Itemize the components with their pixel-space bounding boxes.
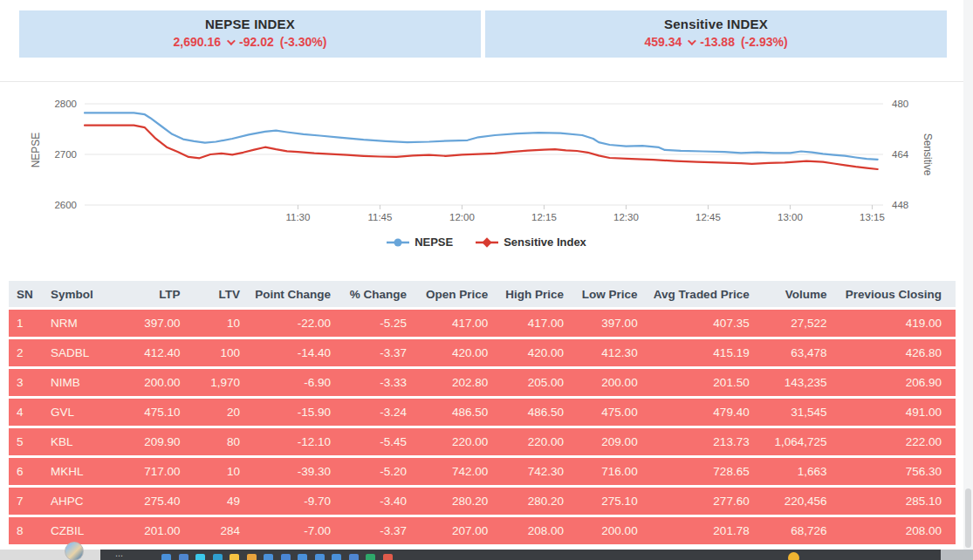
sensitive-index-number: 459.34 (644, 35, 682, 49)
cell-volume: 143,235 (764, 369, 841, 396)
column-header-ltv[interactable]: LTV (195, 281, 254, 307)
chart-legend: NEPSESensitive Index (0, 236, 973, 249)
taskbar-app-icon[interactable] (298, 554, 307, 560)
cell-volume: 1,064,725 (764, 428, 841, 455)
cell-point-change: -12.10 (254, 428, 345, 455)
column-header--change[interactable]: % Change (345, 281, 421, 307)
x-axis-tick: 13:15 (860, 212, 885, 222)
x-axis-tick: 12:00 (449, 212, 475, 222)
cell-ltp: 275.40 (133, 488, 195, 515)
column-header-sn[interactable]: SN (9, 281, 43, 307)
cell-symbol: GVL (43, 399, 133, 426)
taskbar-app-icon[interactable] (383, 554, 393, 560)
left-axis-tick: 2800 (54, 99, 77, 109)
sensitive-index-value: 459.34 -13.88 (-2.93%) (485, 35, 947, 49)
taskbar-app-icon[interactable] (195, 554, 205, 560)
table-row-gvl[interactable]: 4GVL475.1020-15.90-3.24486.50486.50475.0… (9, 399, 956, 426)
cell-low-price: 716.00 (578, 458, 652, 485)
taskbar-app-icon[interactable] (349, 554, 359, 560)
cell--change: -5.25 (345, 310, 421, 337)
section-divider (0, 81, 973, 82)
cell-high-price: 208.00 (502, 517, 578, 544)
column-header-high-price[interactable]: High Price (502, 281, 578, 307)
table-row-mkhl[interactable]: 6MKHL717.0010-39.30-5.20742.00742.30716.… (9, 458, 956, 485)
taskbar-app-icon[interactable] (332, 554, 341, 560)
cell-sn: 4 (9, 399, 43, 426)
column-header-previous-closing[interactable]: Previous Closing (841, 281, 956, 307)
cell-avg-traded-price: 479.40 (652, 399, 764, 426)
legend-item-sensitive-index[interactable]: Sensitive Index (476, 236, 586, 249)
taskbar[interactable]: ⋯ (0, 550, 973, 560)
table-row-nimb[interactable]: 3NIMB200.001,970-6.90-3.33202.80205.0020… (9, 369, 956, 396)
cell-point-change: -22.00 (254, 310, 345, 337)
scrollbar-track[interactable] (963, 0, 973, 550)
cell-volume: 27,522 (764, 310, 841, 337)
cell--change: -5.20 (345, 458, 421, 485)
table-header-row: SNSymbolLTPLTVPoint Change% ChangeOpen P… (9, 281, 956, 307)
cell-sn: 7 (9, 488, 43, 515)
taskbar-app-icon[interactable] (315, 554, 325, 560)
taskbar-app-icon[interactable] (264, 554, 273, 560)
taskbar-app-icon[interactable] (179, 554, 188, 560)
column-header-low-price[interactable]: Low Price (578, 281, 652, 307)
taskbar-app-icon[interactable] (213, 554, 223, 560)
cell-ltp: 412.40 (133, 339, 195, 366)
column-header-point-change[interactable]: Point Change (254, 281, 345, 307)
cell-open-price: 742.00 (421, 458, 502, 485)
left-axis-title: NEPSE (30, 133, 42, 168)
cell-point-change: -7.00 (254, 517, 345, 544)
column-header-avg-traded-price[interactable]: Avg Traded Price (652, 281, 764, 307)
cell-previous-closing: 222.00 (841, 428, 956, 455)
cell-high-price: 742.30 (502, 458, 578, 485)
cell-avg-traded-price: 407.35 (652, 310, 764, 337)
column-header-ltp[interactable]: LTP (133, 281, 195, 307)
cell-low-price: 412.30 (578, 339, 652, 366)
cell-high-price: 417.00 (502, 310, 578, 337)
taskbar-app-icon[interactable] (161, 554, 171, 560)
column-header-open-price[interactable]: Open Price (421, 281, 502, 307)
table-row-kbl[interactable]: 5KBL209.9080-12.10-5.45220.00220.00209.0… (9, 428, 956, 455)
left-axis-tick: 2700 (54, 149, 77, 160)
cell-low-price: 209.00 (578, 428, 652, 455)
cell-symbol: NIMB (43, 369, 133, 396)
column-header-symbol[interactable]: Symbol (43, 281, 133, 307)
taskbar-right-segment[interactable] (941, 550, 973, 560)
table-row-nrm[interactable]: 1NRM397.0010-22.00-5.25417.00417.00397.0… (9, 310, 956, 337)
cell-low-price: 475.00 (578, 399, 652, 426)
cell-symbol: SADBL (43, 339, 133, 366)
column-header-volume[interactable]: Volume (764, 281, 841, 307)
right-axis-tick: 464 (892, 149, 909, 160)
cell-sn: 8 (9, 517, 43, 544)
legend-label: Sensitive Index (504, 236, 586, 249)
taskbar-app-icon[interactable] (281, 554, 291, 560)
circle-marker-icon (387, 237, 409, 248)
cell-avg-traded-price: 277.60 (652, 488, 764, 515)
cell-high-price: 280.20 (502, 488, 578, 515)
cell-low-price: 275.10 (578, 488, 652, 515)
table-row-czbil[interactable]: 8CZBIL201.00284-7.00-3.37207.00208.00200… (9, 517, 956, 544)
cell-open-price: 486.50 (421, 399, 502, 426)
cell-open-price: 202.80 (421, 369, 502, 396)
diamond-marker-icon (476, 237, 498, 248)
taskbar-app-icon[interactable] (788, 552, 799, 560)
cell-open-price: 207.00 (421, 517, 502, 544)
app-circle-icon[interactable] (65, 542, 84, 560)
legend-item-nepse[interactable]: NEPSE (387, 236, 453, 249)
cell-high-price: 205.00 (502, 369, 578, 396)
scrollbar-thumb[interactable] (965, 488, 971, 548)
cell-symbol: MKHL (43, 458, 133, 485)
cell-avg-traded-price: 201.78 (652, 517, 764, 544)
table-row-sadbl[interactable]: 2SADBL412.40100-14.40-3.37420.00420.0041… (9, 339, 956, 366)
table-row-ahpc[interactable]: 7AHPC275.4049-9.70-3.40280.20280.20275.1… (9, 488, 956, 515)
cell-low-price: 397.00 (578, 310, 652, 337)
taskbar-app-icon[interactable] (230, 554, 239, 560)
ellipsis-icon: ⋯ (115, 551, 125, 560)
cell-point-change: -6.90 (254, 369, 345, 396)
taskbar-app-icon[interactable] (247, 554, 257, 560)
cell-ltv: 49 (195, 488, 254, 515)
cell-open-price: 420.00 (421, 339, 502, 366)
x-axis-tick: 12:15 (531, 212, 557, 222)
nepse-index-title: NEPSE INDEX (19, 17, 481, 31)
cell-avg-traded-price: 415.19 (652, 339, 764, 366)
taskbar-app-icon[interactable] (366, 554, 375, 560)
